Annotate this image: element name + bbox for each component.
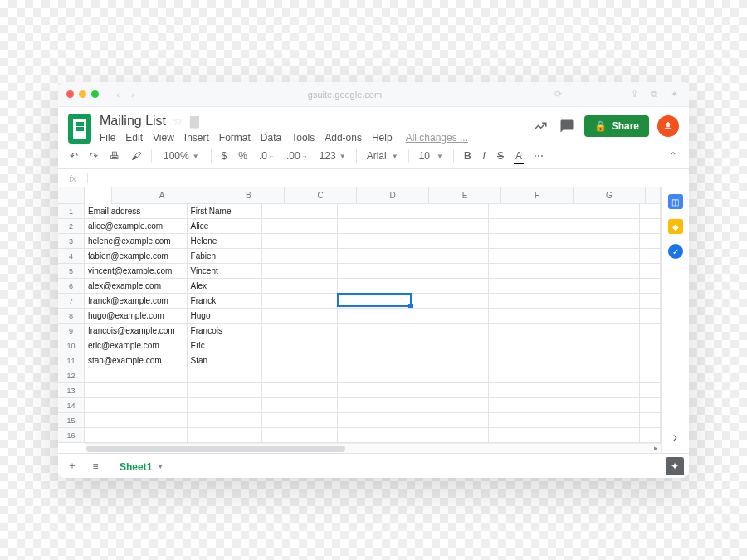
row-header[interactable]: 12 [58,368,85,383]
cell[interactable] [85,428,188,443]
row-header[interactable]: 1 [58,204,85,219]
font-size-select[interactable]: 10▼ [416,149,447,163]
menu-file[interactable]: File [100,132,115,144]
cell[interactable] [188,413,263,428]
row-header[interactable]: 2 [58,219,85,234]
italic-button[interactable]: I [480,149,489,163]
cell[interactable] [413,234,489,249]
cell[interactable] [640,234,661,249]
cell[interactable] [564,324,640,338]
cell[interactable] [564,219,640,234]
cell[interactable] [262,219,338,234]
cell[interactable] [489,309,564,324]
cell[interactable]: Eric [188,338,263,353]
cell[interactable] [262,324,338,338]
cell[interactable] [338,324,413,338]
cell[interactable] [489,279,564,294]
cell[interactable] [564,368,640,383]
cell[interactable]: fabien@example.com [85,249,188,264]
cell[interactable] [338,368,413,383]
sheets-logo-icon[interactable] [68,114,91,144]
cell[interactable] [564,204,640,219]
cell[interactable] [564,398,640,413]
cell[interactable] [188,428,263,443]
menu-format[interactable]: Format [219,132,251,144]
cell[interactable] [640,383,661,398]
cell[interactable] [564,383,640,398]
cell[interactable]: Alex [188,279,263,294]
font-select[interactable]: Arial▼ [364,149,402,163]
row-header[interactable]: 8 [58,309,85,324]
cell[interactable] [85,368,188,383]
cell[interactable] [85,413,188,428]
cell[interactable] [85,398,188,413]
cell[interactable] [262,279,338,294]
row-header[interactable]: 3 [58,234,85,249]
star-icon[interactable]: ☆ [173,114,183,128]
cell[interactable]: Alice [188,219,263,234]
menu-data[interactable]: Data [261,132,281,144]
cell[interactable] [413,368,489,383]
cell[interactable] [640,353,661,368]
menu-addons[interactable]: Add-ons [325,132,362,144]
folder-icon[interactable]: ▇ [190,114,199,128]
cell[interactable]: francois@example.com [85,324,188,338]
cell[interactable]: hugo@example.com [85,309,188,324]
cell[interactable] [413,383,489,398]
row-header[interactable]: 15 [58,413,85,428]
column-header[interactable]: A [111,187,212,204]
cell[interactable] [338,279,413,294]
select-all-corner[interactable] [58,187,85,204]
cell[interactable] [640,324,661,338]
cell[interactable]: Stan [188,353,263,368]
row-header[interactable]: 6 [58,279,85,294]
cell[interactable] [338,294,413,309]
cell[interactable]: Francois [188,324,263,338]
menu-help[interactable]: Help [372,132,393,144]
row-header[interactable]: 13 [58,383,85,398]
document-title[interactable]: Mailing List [100,114,166,129]
cell[interactable] [188,368,263,383]
add-sheet-button[interactable]: ＋ [63,459,81,473]
cell[interactable] [564,428,640,443]
bold-button[interactable]: B [461,149,475,163]
cell[interactable] [413,338,489,353]
row-header[interactable]: 10 [58,338,85,353]
cell[interactable] [564,309,640,324]
cell[interactable] [188,398,263,413]
cell[interactable] [489,353,564,368]
cell[interactable] [489,413,564,428]
cell[interactable] [564,294,640,309]
cell[interactable] [338,383,413,398]
column-header[interactable]: D [357,187,429,204]
cell[interactable]: Vincent [188,264,263,279]
cell[interactable]: helene@example.com [85,234,188,249]
cell[interactable] [413,428,489,443]
cell[interactable] [489,398,564,413]
cell[interactable] [413,204,489,219]
cell[interactable]: First Name [188,204,263,219]
cell[interactable]: Helene [188,234,263,249]
new-tab-icon[interactable]: ✦ [667,89,681,100]
row-header[interactable]: 11 [58,353,85,368]
cell[interactable] [489,324,564,338]
activity-icon[interactable] [531,117,549,135]
number-format-select[interactable]: 123▼ [316,149,349,163]
decrease-decimal-button[interactable]: .0← [256,149,278,163]
cell[interactable]: stan@example.com [85,353,188,368]
zoom-select[interactable]: 100%▼ [159,149,204,163]
save-status[interactable]: All changes ... [406,132,468,144]
column-header[interactable]: B [212,187,285,204]
share-browser-icon[interactable]: ⇪ [627,89,641,100]
account-avatar[interactable] [657,115,679,137]
cell[interactable] [564,249,640,264]
menu-edit[interactable]: Edit [125,132,143,144]
cell[interactable] [564,413,640,428]
print-icon[interactable]: 🖶 [106,149,123,163]
currency-button[interactable]: $ [218,149,231,163]
row-header[interactable]: 14 [58,398,85,413]
text-color-button[interactable]: A [512,149,525,163]
cell[interactable] [413,264,489,279]
cell[interactable] [489,383,564,398]
cell[interactable] [564,353,640,368]
